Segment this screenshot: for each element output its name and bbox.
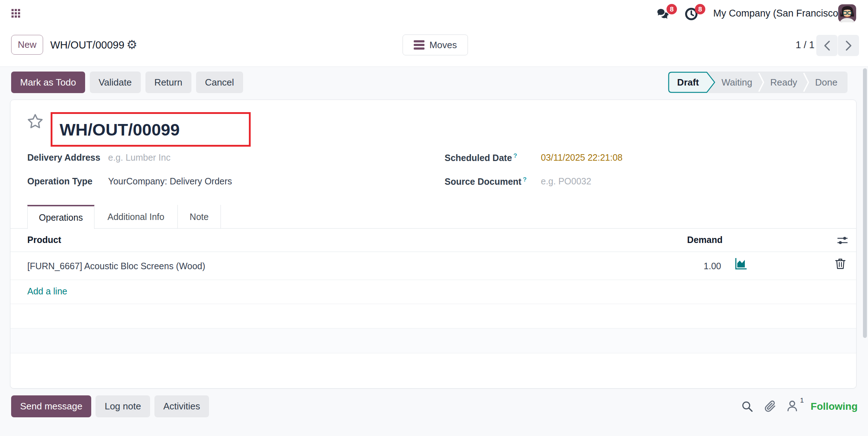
status-step-draft[interactable]: Draft: [668, 72, 716, 93]
messages-badge: 8: [667, 4, 677, 14]
empty-row: [10, 329, 856, 353]
breadcrumb-title: WH/OUT/00099: [50, 35, 124, 55]
status-step-ready[interactable]: Ready: [765, 72, 803, 93]
table-header-divider: [10, 252, 856, 252]
optional-columns-icon[interactable]: [837, 236, 848, 245]
status-separator-icon: [758, 72, 765, 93]
activities-button[interactable]: Activities: [154, 395, 209, 417]
pager-previous-button[interactable]: [816, 35, 837, 56]
top-navbar: 8 8 My Company (San Francisco): [0, 0, 868, 27]
gear-icon[interactable]: ⚙: [126, 35, 137, 55]
row-divider: [10, 280, 856, 280]
source-document-field[interactable]: e.g. PO0032: [541, 176, 591, 187]
chatter-buttons: Send message Log note Activities: [11, 395, 209, 417]
control-panel: New WH/OUT/00099 ⚙ Moves 1 / 1: [0, 27, 868, 67]
record-name-field[interactable]: WH/OUT/00099: [60, 120, 180, 139]
cancel-button[interactable]: Cancel: [196, 72, 243, 93]
help-marker: ?: [514, 152, 517, 159]
pager-count: 1 / 1: [790, 35, 814, 55]
favorite-star-icon[interactable]: [27, 113, 44, 130]
log-note-button[interactable]: Log note: [96, 395, 150, 417]
scheduled-date-field[interactable]: 03/11/2025 22:21:08: [541, 152, 623, 163]
form-view: Mark as Todo Validate Return Cancel Draf…: [0, 67, 868, 436]
scheduled-date-label: Scheduled Date?: [445, 152, 517, 163]
notebook-tabs: Operations Additional Info Note: [10, 205, 856, 229]
tab-operations[interactable]: Operations: [27, 205, 94, 229]
apps-grid-icon[interactable]: [11, 9, 20, 18]
followers-count: 1: [800, 396, 804, 404]
tab-note[interactable]: Note: [178, 205, 221, 229]
following-button[interactable]: Following: [811, 401, 858, 412]
highlight-rectangle: WH/OUT/00099: [51, 112, 251, 147]
product-cell[interactable]: [FURN_6667] Acoustic Bloc Screens (Wood): [27, 261, 205, 271]
operation-type-label: Operation Type: [27, 176, 93, 187]
status-separator-icon: [803, 72, 809, 93]
messages-icon[interactable]: 8: [656, 7, 671, 22]
followers-icon[interactable]: 1: [786, 399, 799, 414]
add-a-line-link[interactable]: Add a line: [27, 286, 67, 297]
tab-additional-info[interactable]: Additional Info: [94, 205, 178, 229]
mark-as-todo-button[interactable]: Mark as Todo: [11, 72, 85, 93]
operation-type-field[interactable]: YourCompany: Delivery Orders: [108, 176, 232, 187]
moves-button[interactable]: Moves: [403, 35, 468, 55]
status-step-done[interactable]: Done: [809, 72, 848, 93]
demand-cell[interactable]: 1.00: [704, 261, 721, 271]
statusbar: Draft Waiting Ready Done: [668, 72, 848, 93]
source-document-label: Source Document?: [445, 176, 526, 187]
chevron-left-icon: [823, 40, 831, 51]
breadcrumb-new-button[interactable]: New: [11, 35, 43, 55]
column-header-product: Product: [27, 235, 61, 245]
odoo-app-window: 8 8 My Company (San Francisco): [0, 0, 868, 436]
delivery-address-label: Delivery Address: [27, 152, 100, 163]
company-switcher[interactable]: My Company (San Francisco): [713, 0, 841, 27]
status-action-buttons: Mark as Todo Validate Return Cancel: [11, 72, 243, 93]
validate-button[interactable]: Validate: [90, 72, 141, 93]
user-avatar[interactable]: [838, 4, 856, 22]
vertical-scrollbar[interactable]: [863, 68, 867, 338]
return-button[interactable]: Return: [145, 72, 191, 93]
search-messages-icon[interactable]: [741, 400, 753, 413]
delivery-address-field[interactable]: e.g. Lumber Inc: [108, 152, 171, 163]
chevron-right-icon: [845, 40, 853, 51]
empty-row: [10, 304, 856, 329]
activities-badge: 8: [695, 4, 705, 14]
delete-row-trash-icon[interactable]: [835, 258, 846, 270]
status-step-waiting[interactable]: Waiting: [716, 72, 758, 93]
send-message-button[interactable]: Send message: [11, 395, 91, 417]
hamburger-icon: [414, 40, 424, 50]
activities-clock-icon[interactable]: 8: [684, 7, 700, 22]
moves-label: Moves: [430, 40, 457, 51]
form-sheet: WH/OUT/00099 Delivery Address e.g. Lumbe…: [10, 100, 857, 389]
pager-next-button[interactable]: [838, 35, 859, 56]
column-header-demand: Demand: [687, 235, 723, 245]
attachment-paperclip-icon[interactable]: [763, 400, 776, 413]
chatter-tools: 1 Following: [741, 395, 858, 417]
forecast-chart-icon[interactable]: [734, 257, 747, 270]
empty-row: [10, 353, 856, 388]
help-marker: ?: [523, 176, 526, 183]
